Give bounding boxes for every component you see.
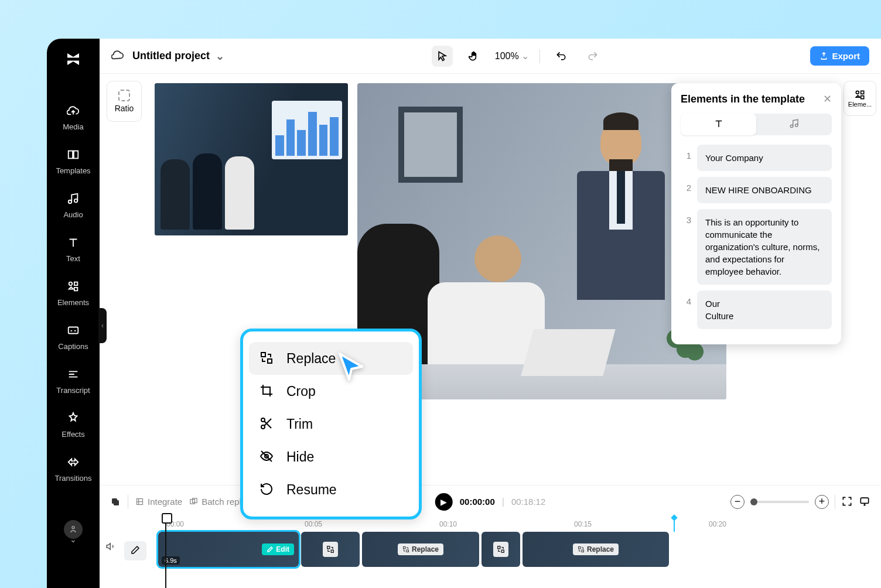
context-menu-trim[interactable]: Trim bbox=[249, 408, 413, 440]
hand-tool[interactable] bbox=[463, 46, 484, 67]
chevron-down-icon: ⌄ bbox=[216, 50, 224, 63]
svg-rect-9 bbox=[861, 91, 864, 94]
edit-track-button[interactable] bbox=[124, 541, 146, 560]
element-row[interactable]: 3 This is an opportunity to communicate … bbox=[681, 209, 832, 285]
svg-rect-24 bbox=[331, 550, 333, 552]
svg-rect-26 bbox=[407, 550, 409, 552]
canvas-laptop bbox=[521, 329, 615, 376]
context-menu-replace[interactable]: Replace bbox=[249, 342, 413, 375]
svg-rect-0 bbox=[69, 151, 73, 158]
close-button[interactable]: ✕ bbox=[823, 93, 832, 105]
sidebar-label: Text bbox=[66, 254, 80, 263]
selected-media-thumbnail[interactable] bbox=[155, 83, 348, 235]
element-text: Our Culture bbox=[697, 290, 832, 329]
elements-panel-toggle[interactable]: Eleme... bbox=[844, 81, 876, 116]
mute-button[interactable] bbox=[105, 541, 116, 560]
svg-rect-1 bbox=[74, 151, 78, 158]
context-menu-crop[interactable]: Crop bbox=[249, 375, 413, 408]
sidebar-label: Templates bbox=[56, 166, 90, 175]
ratio-icon bbox=[118, 90, 130, 101]
sidebar-item-elements[interactable]: Elements bbox=[47, 277, 100, 309]
pointer-tool[interactable] bbox=[432, 46, 453, 67]
element-index: 4 bbox=[681, 290, 691, 306]
zoom-slider[interactable] bbox=[750, 501, 809, 503]
timeline-clip[interactable] bbox=[301, 532, 360, 567]
element-index: 1 bbox=[681, 145, 691, 160]
timeline-clip[interactable]: Replace bbox=[523, 532, 669, 567]
export-button[interactable]: Export bbox=[810, 46, 869, 66]
element-row[interactable]: 2 NEW HIRE ONBOARDING bbox=[681, 177, 832, 203]
element-row[interactable]: 4 Our Culture bbox=[681, 290, 832, 329]
ratio-label: Ratio bbox=[115, 104, 134, 113]
integrate-button[interactable]: Integrate bbox=[135, 497, 182, 507]
effects-icon bbox=[67, 411, 80, 426]
ratio-button[interactable]: Ratio bbox=[107, 81, 142, 122]
divider bbox=[539, 49, 540, 63]
clip-edit-badge[interactable]: Edit bbox=[262, 543, 294, 555]
timeline-clip[interactable]: Replace bbox=[362, 532, 479, 567]
fit-button[interactable] bbox=[841, 495, 853, 508]
elements-icon bbox=[854, 89, 866, 101]
clip-replace-button[interactable]: Replace bbox=[573, 543, 619, 555]
sidebar-label: Transcript bbox=[56, 386, 90, 395]
timeline-end-marker[interactable] bbox=[674, 518, 675, 532]
svg-rect-6 bbox=[69, 327, 78, 333]
sidebar-item-templates[interactable]: Templates bbox=[47, 145, 100, 177]
zoom-level[interactable]: 100% ⌄ bbox=[495, 50, 529, 61]
transcript-icon bbox=[67, 367, 80, 382]
timeline-ruler: 00:00 00:05 00:10 00:15 00:20 bbox=[158, 518, 881, 532]
time-current: 00:00:00 bbox=[460, 497, 495, 507]
sidebar-label: Elements bbox=[57, 298, 89, 307]
redo-button[interactable] bbox=[582, 46, 603, 67]
sidebar-item-media[interactable]: Media bbox=[47, 101, 100, 134]
transport-bar: Integrate Batch replace ▶ 00:00:00 | 00:… bbox=[100, 485, 881, 518]
svg-point-8 bbox=[856, 91, 859, 94]
timeline[interactable]: 00:00 00:05 00:10 00:15 00:20 6.9s Edit bbox=[100, 518, 881, 588]
elements-tab-audio[interactable] bbox=[756, 114, 832, 135]
sidebar-label: Transitions bbox=[54, 474, 91, 483]
clip-replace-button[interactable]: Replace bbox=[398, 543, 443, 555]
sidebar-item-transcript[interactable]: Transcript bbox=[47, 365, 100, 397]
sidebar-item-text[interactable]: Text bbox=[47, 233, 100, 265]
context-menu-hide[interactable]: Hide bbox=[249, 440, 413, 473]
music-icon bbox=[67, 192, 80, 207]
workspace: Ratio Eleme... bbox=[100, 74, 881, 485]
sidebar-more-button[interactable]: ⌄ bbox=[64, 520, 83, 539]
ruler-tick: 00:10 bbox=[439, 520, 457, 528]
play-button[interactable]: ▶ bbox=[435, 493, 453, 511]
scissors-icon bbox=[258, 416, 275, 432]
elements-panel: Elements in the template ✕ 1 Your Compan… bbox=[671, 83, 841, 344]
app-logo bbox=[64, 50, 82, 72]
timeline-clip[interactable]: 6.9s Edit bbox=[158, 532, 299, 567]
undo-button[interactable] bbox=[551, 46, 572, 67]
zoom-in-button[interactable]: + bbox=[815, 495, 829, 509]
clip-replace-icon[interactable] bbox=[323, 542, 338, 557]
clip-replace-icon[interactable] bbox=[493, 542, 508, 557]
zoom-out-button[interactable]: − bbox=[730, 495, 745, 509]
sidebar-item-captions[interactable]: Captions bbox=[47, 321, 100, 353]
sidebar-item-audio[interactable]: Audio bbox=[47, 189, 100, 221]
canvas-presenter bbox=[568, 118, 674, 341]
elements-tab-text[interactable] bbox=[681, 114, 756, 135]
timeline-track: 6.9s Edit Replace bbox=[158, 532, 881, 567]
sidebar-collapse-handle[interactable]: ‹ bbox=[98, 308, 107, 343]
context-menu-label: Resume bbox=[286, 482, 337, 498]
context-menu-resume[interactable]: Resume bbox=[249, 473, 413, 506]
playhead[interactable] bbox=[165, 517, 166, 588]
element-row[interactable]: 1 Your Company bbox=[681, 145, 832, 171]
svg-point-3 bbox=[74, 199, 77, 203]
export-icon bbox=[819, 51, 828, 61]
captions-icon bbox=[67, 323, 80, 339]
project-title[interactable]: Untitled project ⌄ bbox=[132, 50, 224, 63]
sidebar-item-effects[interactable]: Effects bbox=[47, 409, 100, 441]
rotate-icon bbox=[258, 481, 275, 498]
timeline-clip[interactable] bbox=[482, 532, 520, 567]
sidebar-item-transitions[interactable]: Transitions bbox=[47, 453, 100, 485]
cloud-sync-icon[interactable] bbox=[111, 49, 124, 64]
layers-button[interactable] bbox=[110, 497, 121, 507]
time-total: 00:18:12 bbox=[511, 497, 545, 507]
elements-icon bbox=[67, 279, 80, 295]
preview-button[interactable] bbox=[859, 495, 870, 508]
zoom-value: 100% bbox=[495, 51, 519, 61]
element-index: 2 bbox=[681, 177, 691, 193]
